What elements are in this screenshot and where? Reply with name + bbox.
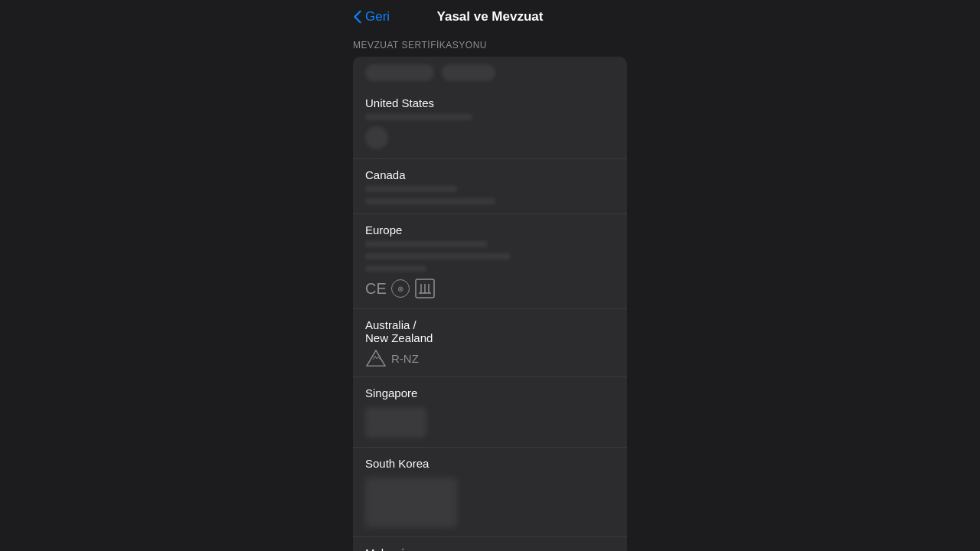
section-header: MEVZUAT SERTİFİKASYONU [341,34,639,54]
badge-1 [365,64,434,81]
canada-row: Canada [353,159,627,214]
eu-blurred-text-2 [365,253,511,259]
back-label: Geri [365,9,390,24]
rnz-text: R-NZ [391,352,419,365]
eu-blurred-text-1 [365,241,488,247]
nav-back-button[interactable]: Geri [353,9,390,24]
south-korea-cert-block [365,478,457,527]
europe-row: Europe CE ⊗ [353,214,627,309]
ca-blurred-text-1 [365,186,457,192]
weee-icon [414,278,436,299]
europe-label: Europe [365,223,615,236]
south-korea-label: South Korea [365,457,615,470]
us-blurred-text-1 [365,114,472,120]
canada-label: Canada [365,168,615,181]
australia-nz-label: Australia / New Zealand [365,318,615,344]
badge-2 [442,64,495,81]
australia-nz-row: Australia / New Zealand R-NZ [353,309,627,377]
ca-blurred-text-2 [365,198,495,204]
singapore-row: Singapore [353,377,627,448]
certification-card: United States Canada Europe CE [353,57,627,551]
us-cert-badge [365,126,388,149]
chevron-left-icon [353,10,362,24]
united-states-content [365,114,615,149]
singapore-label: Singapore [365,386,615,399]
canada-content [365,186,615,204]
united-states-label: United States [365,96,615,109]
phone-container: Geri Yasal ve Mevzuat MEVZUAT SERTİFİKAS… [341,0,639,551]
europe-content: CE ⊗ [365,241,615,299]
nav-bar: Geri Yasal ve Mevzuat [341,0,639,34]
rnz-triangle-icon [365,349,387,367]
malaysia-row: Malaysia [353,537,627,551]
header-badges-row [353,57,627,87]
singapore-cert-block [365,407,426,438]
south-korea-row: South Korea [353,448,627,537]
eu-blurred-text-3 [365,266,426,272]
malaysia-label: Malaysia [365,546,615,551]
ce-icon: CE [365,280,387,298]
rnz-content: R-NZ [365,349,615,367]
recycling-icon: ⊗ [391,279,410,298]
eu-cert-icons: CE ⊗ [365,278,436,299]
united-states-row: United States [353,87,627,159]
page-title: Yasal ve Mevzuat [437,9,544,24]
